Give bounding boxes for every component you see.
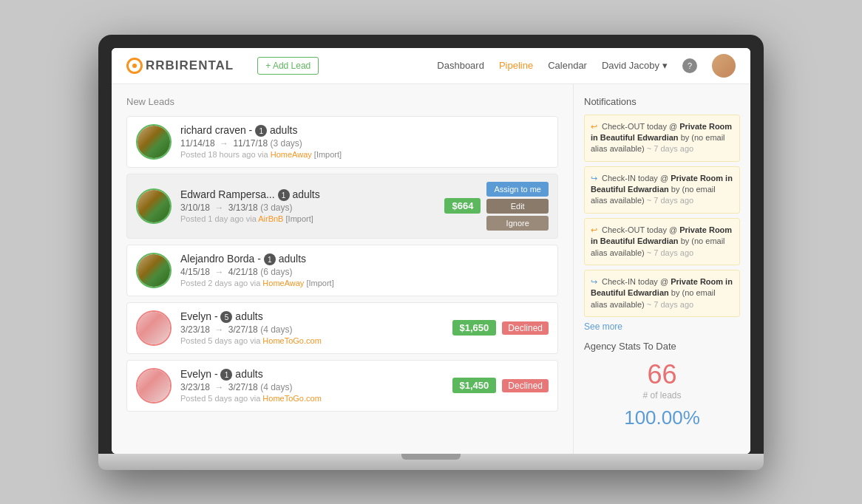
main-content: New Leads richard craven - 1 adults 11/1	[112, 84, 750, 454]
lead-actions: $1,450 Declined	[452, 378, 549, 393]
nav-links: Dashboard Pipeline Calendar David Jacoby…	[437, 54, 736, 78]
lead-card: Edward Rampersa... 1 adults 3/10/18 → 3/…	[126, 174, 558, 239]
lead-actions: $664 Assign to me Edit Ignore	[444, 182, 549, 231]
user-avatar[interactable]	[712, 54, 736, 78]
leads-count: 66	[584, 359, 740, 390]
lead-posted: Posted 5 days ago via HomeToGo.com	[180, 394, 444, 403]
lead-name: Evelyn - 5 adults	[180, 310, 444, 324]
avatar-image	[138, 190, 170, 222]
lead-actions: $1,650 Declined	[452, 320, 549, 336]
action-buttons: Assign to me Edit Ignore	[486, 182, 549, 231]
lead-avatar	[136, 253, 172, 288]
lead-dates: 3/10/18 → 3/13/18 (3 days)	[180, 202, 435, 213]
adults-badge: 1	[278, 189, 290, 201]
lead-dates: 3/23/18 → 3/27/18 (4 days)	[180, 324, 444, 335]
lead-name: Alejandro Borda - 1 adults	[180, 253, 549, 266]
checkout-icon: ↩	[591, 121, 597, 132]
notification-card: ↪ Check-IN today @ Private Room in Beaut…	[584, 166, 740, 214]
lead-card: Evelyn - 1 adults 3/23/18 → 3/27/18 (4 d…	[126, 360, 558, 412]
lead-dates: 4/15/18 → 4/21/18 (6 days)	[180, 267, 549, 277]
logo-icon	[126, 58, 143, 74]
lead-info: Alejandro Borda - 1 adults 4/15/18 → 4/2…	[180, 253, 549, 288]
avatar-image	[138, 126, 170, 158]
logo-r: R	[146, 58, 155, 72]
agency-stats-title: Agency Stats To Date	[584, 341, 740, 352]
lead-name: Edward Rampersa... 1 adults	[180, 188, 435, 202]
lead-info: Evelyn - 1 adults 3/23/18 → 3/27/18 (4 d…	[180, 368, 444, 403]
lead-posted: Posted 1 day ago via AirBnB [Import]	[180, 214, 435, 223]
lead-info: richard craven - 1 adults 11/14/18 → 11/…	[180, 124, 549, 160]
lead-info: Edward Rampersa... 1 adults 3/10/18 → 3/…	[180, 188, 435, 224]
logo: RRBIRENTAL	[126, 58, 234, 74]
leads-section: New Leads richard craven - 1 adults 11/1	[112, 84, 573, 454]
lead-name: richard craven - 1 adults	[180, 124, 549, 137]
lead-card: richard craven - 1 adults 11/14/18 → 11/…	[126, 116, 558, 168]
right-sidebar: Notifications ↩ Check-OUT today @ Privat…	[573, 84, 750, 454]
price-badge: $1,450	[452, 378, 497, 393]
laptop-base	[98, 454, 764, 470]
lead-posted: Posted 18 hours ago via HomeAway [Import…	[180, 150, 549, 159]
add-lead-button[interactable]: + Add Lead	[257, 57, 319, 75]
avatar-image	[138, 312, 170, 344]
see-more-link[interactable]: See more	[584, 321, 740, 332]
avatar-image	[138, 254, 170, 287]
adults-badge: 1	[220, 369, 232, 381]
adults-badge: 1	[264, 253, 276, 265]
ignore-button[interactable]: Ignore	[486, 216, 549, 231]
nav-user[interactable]: David Jacoby ▾	[602, 60, 668, 71]
section-title: New Leads	[126, 96, 558, 107]
lead-card: Alejandro Borda - 1 adults 4/15/18 → 4/2…	[126, 245, 558, 296]
nav-dashboard[interactable]: Dashboard	[437, 60, 484, 71]
declined-badge: Declined	[502, 321, 549, 335]
nav-pipeline[interactable]: Pipeline	[499, 60, 533, 71]
adults-badge: 5	[220, 311, 232, 323]
lead-dates: 3/23/18 → 3/27/18 (4 days)	[180, 382, 444, 392]
lead-info: Evelyn - 5 adults 3/23/18 → 3/27/18 (4 d…	[180, 310, 444, 346]
price-badge: $1,650	[452, 320, 497, 336]
lead-avatar	[136, 124, 172, 160]
help-button[interactable]: ?	[682, 58, 697, 73]
adults-badge: 1	[255, 125, 267, 137]
lead-avatar	[136, 368, 172, 403]
conversion-rate: 100.00%	[584, 406, 740, 429]
lead-name: Evelyn - 1 adults	[180, 368, 444, 381]
lead-posted: Posted 2 days ago via HomeAway [Import]	[180, 279, 549, 287]
lead-avatar	[136, 188, 172, 224]
declined-badge: Declined	[502, 379, 549, 392]
notifications-title: Notifications	[584, 96, 740, 107]
notification-card: ↩ Check-OUT today @ Private Room in Beau…	[584, 218, 740, 265]
checkout-icon: ↩	[591, 225, 597, 236]
assign-button[interactable]: Assign to me	[486, 182, 549, 197]
lead-dates: 11/14/18 → 11/17/18 (3 days)	[180, 138, 549, 149]
price-badge: $664	[444, 198, 481, 214]
avatar-image	[138, 370, 170, 402]
navbar: RRBIRENTAL + Add Lead Dashboard Pipeline…	[112, 48, 750, 84]
lead-avatar	[136, 310, 172, 346]
edit-button[interactable]: Edit	[486, 199, 549, 214]
logo-text: RRBIRENTAL	[146, 58, 234, 73]
notification-card: ↪ Check-IN today @ Private Room in Beaut…	[584, 270, 740, 317]
leads-label: # of leads	[584, 390, 740, 401]
notification-card: ↩ Check-OUT today @ Private Room in Beau…	[584, 115, 740, 162]
lead-card: Evelyn - 5 adults 3/23/18 → 3/27/18 (4 d…	[126, 302, 558, 354]
checkin-icon: ↪	[591, 276, 597, 287]
lead-posted: Posted 5 days ago via HomeToGo.com	[180, 336, 444, 345]
checkin-icon: ↪	[591, 173, 597, 184]
nav-calendar[interactable]: Calendar	[548, 60, 587, 71]
